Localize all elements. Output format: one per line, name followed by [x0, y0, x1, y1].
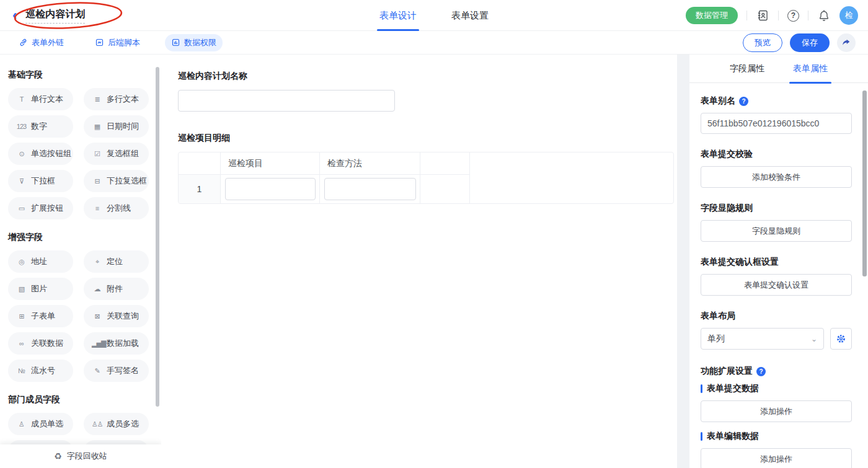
- field-item-图片[interactable]: ▧图片: [8, 278, 73, 300]
- save-button[interactable]: 保存: [790, 33, 830, 52]
- panel-scrollbar[interactable]: [862, 91, 867, 276]
- table-body-cell: [420, 175, 470, 203]
- data-manage-button[interactable]: 数据管理: [686, 7, 738, 24]
- divider: [746, 11, 747, 20]
- number-icon: 123: [16, 123, 27, 130]
- field-item-附件[interactable]: ☁附件: [84, 278, 149, 300]
- subform-label: 巡检项目明细: [178, 133, 677, 144]
- field-item-label: 地址: [31, 256, 47, 267]
- multi-line-text-icon: ≣: [92, 95, 102, 104]
- panel-gap: [677, 55, 689, 468]
- visibility-rule-label: 字段显隐规则: [701, 203, 852, 214]
- name-field-label: 巡检内容计划名称: [178, 71, 677, 82]
- contact-book-icon[interactable]: [756, 9, 769, 22]
- subform-icon: ⊞: [16, 312, 27, 320]
- subform-cell-input[interactable]: [324, 178, 416, 200]
- field-item-label: 下拉框: [31, 175, 55, 187]
- signature-icon: ✎: [92, 367, 102, 375]
- field-item-手写签名[interactable]: ✎手写签名: [84, 360, 149, 382]
- alias-help-icon[interactable]: ?: [739, 97, 748, 106]
- field-recycle-bin-button[interactable]: ♻ 字段回收站: [0, 444, 161, 468]
- feature-help-icon[interactable]: ?: [756, 367, 766, 376]
- linked-query-icon: ⊠: [92, 312, 102, 320]
- user-avatar[interactable]: 检: [839, 6, 858, 25]
- back-icon[interactable]: ‹: [11, 9, 18, 22]
- data-permission-button[interactable]: 数据权限: [165, 34, 223, 51]
- header-tabs: 表单设计 表单设置: [379, 0, 489, 31]
- tab-field-properties[interactable]: 字段属性: [730, 55, 764, 83]
- field-item-label: 多行文本: [107, 94, 139, 105]
- form-alias-input[interactable]: [701, 113, 852, 134]
- submit-confirm-label: 表单提交确认框设置: [701, 257, 852, 268]
- field-item-label: 复选框组: [107, 148, 139, 159]
- form-external-link-button[interactable]: 表单外链: [12, 34, 70, 51]
- field-item-扩展按钮[interactable]: ▭扩展按钮: [8, 197, 73, 219]
- name-field-input[interactable]: [178, 90, 395, 112]
- preview-button[interactable]: 预览: [743, 33, 782, 52]
- field-item-数字[interactable]: 123数字: [8, 115, 73, 138]
- visibility-rule-button[interactable]: 字段显隐规则: [701, 220, 852, 242]
- image-icon: ▧: [16, 285, 27, 293]
- form-toolbar: 表单外链 后端脚本 数据权限 预览 保存: [0, 31, 868, 55]
- form-alias-label: 表单别名 ?: [701, 95, 852, 107]
- field-item-label: 成员多选: [107, 418, 139, 430]
- page-title: 巡检内容计划: [25, 8, 85, 24]
- field-item-流水号[interactable]: №流水号: [8, 360, 73, 382]
- table-header-cell: [179, 152, 221, 175]
- row-index-cell: 1: [179, 175, 221, 203]
- extend-button-icon: ▭: [16, 205, 27, 213]
- subform-cell-input[interactable]: [225, 178, 316, 200]
- sidebar-section-title: 部门成员字段: [8, 394, 161, 405]
- table-header-cell: 巡检项目: [221, 152, 320, 175]
- layout-settings-button[interactable]: [830, 328, 852, 350]
- table-body-cell: [221, 175, 320, 203]
- table-header-cell: 检查方法: [320, 152, 420, 175]
- field-item-下拉框[interactable]: ⊽下拉框: [8, 170, 73, 192]
- submit-data-add-button[interactable]: 添加操作: [701, 400, 852, 422]
- help-icon[interactable]: ?: [787, 10, 799, 22]
- layout-select[interactable]: 单列 ⌄: [701, 328, 824, 350]
- multi-select-icon: ⊟: [92, 177, 102, 185]
- edit-data-label: 表单编辑数据: [701, 431, 852, 442]
- form-canvas[interactable]: 巡检内容计划名称 巡检项目明细 巡检项目检查方法 1: [161, 55, 677, 468]
- share-arrow-icon: [841, 38, 851, 48]
- divider: [808, 11, 808, 20]
- table-body-cell: [320, 175, 420, 203]
- field-item-成员多选[interactable]: ♙♙成员多选: [84, 413, 149, 435]
- field-item-label: 手写签名: [107, 365, 139, 376]
- field-item-多行文本[interactable]: ≣多行文本: [84, 88, 149, 110]
- notification-bell-icon[interactable]: [817, 9, 831, 22]
- field-item-关联查询[interactable]: ⊠关联查询: [84, 305, 149, 327]
- divider: [778, 11, 779, 20]
- field-item-下拉复选框[interactable]: ⊟下拉复选框: [84, 170, 149, 192]
- field-item-成员单选[interactable]: ♙成员单选: [8, 413, 73, 435]
- sidebar-section-title: 基础字段: [8, 69, 161, 81]
- sidebar-scrollbar[interactable]: [156, 67, 159, 407]
- share-button[interactable]: [837, 33, 856, 52]
- datetime-icon: ▦: [92, 123, 102, 131]
- field-item-label: 定位: [107, 256, 123, 267]
- field-item-地址[interactable]: ◎地址: [8, 250, 73, 273]
- tab-form-design[interactable]: 表单设计: [379, 0, 417, 31]
- field-item-数据加载[interactable]: ▂▅▇数据加载: [84, 332, 149, 355]
- radio-group-icon: ⊙: [16, 150, 27, 158]
- edit-data-add-button[interactable]: 添加操作: [701, 448, 852, 468]
- field-item-复选框组[interactable]: ☑复选框组: [84, 143, 149, 165]
- field-item-单行文本[interactable]: T单行文本: [8, 88, 73, 110]
- field-item-label: 单选按钮组: [31, 148, 71, 159]
- field-item-分割线[interactable]: ≡分割线: [84, 197, 149, 219]
- field-item-定位[interactable]: ⌖定位: [84, 250, 149, 273]
- field-item-日期时间[interactable]: ▦日期时间: [84, 115, 149, 138]
- subform-table: 巡检项目检查方法 1: [178, 152, 674, 204]
- tab-form-properties[interactable]: 表单属性: [793, 55, 828, 83]
- submit-confirm-button[interactable]: 表单提交确认设置: [701, 274, 852, 296]
- workspace: 基础字段T单行文本≣多行文本123数字▦日期时间⊙单选按钮组☑复选框组⊽下拉框⊟…: [0, 55, 868, 468]
- field-item-单选按钮组[interactable]: ⊙单选按钮组: [8, 143, 73, 165]
- add-check-condition-button[interactable]: 添加校验条件: [701, 166, 852, 188]
- feature-extension-label: 功能扩展设置 ?: [701, 366, 852, 377]
- single-line-text-icon: T: [16, 95, 27, 103]
- backend-script-button[interactable]: 后端脚本: [89, 34, 146, 51]
- field-item-子表单[interactable]: ⊞子表单: [8, 305, 73, 327]
- field-item-关联数据[interactable]: ∞关联数据: [8, 332, 73, 355]
- tab-form-settings[interactable]: 表单设置: [451, 0, 489, 31]
